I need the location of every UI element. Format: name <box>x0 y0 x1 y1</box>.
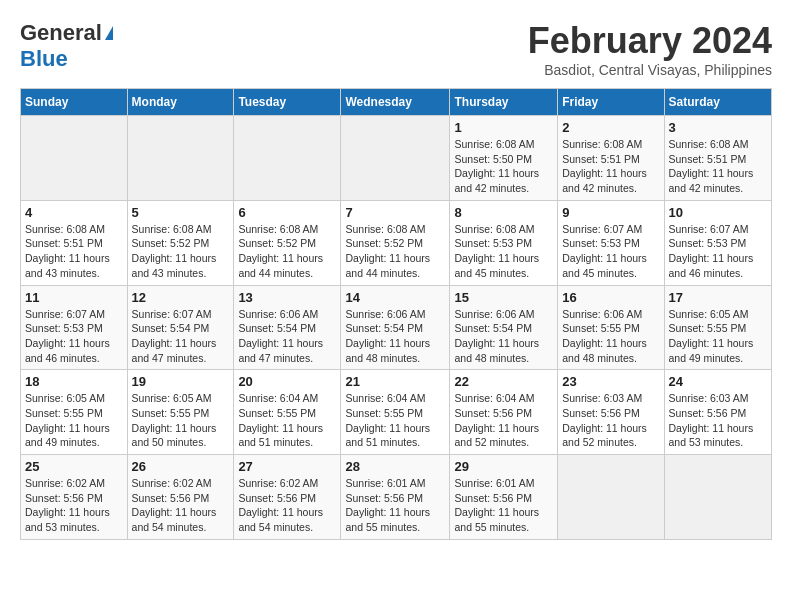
header-monday: Monday <box>127 89 234 116</box>
day-number: 10 <box>669 205 767 220</box>
table-row: 28 Sunrise: 6:01 AM Sunset: 5:56 PM Dayl… <box>341 455 450 540</box>
day-info: Sunrise: 6:08 AM Sunset: 5:51 PM Dayligh… <box>669 138 754 194</box>
logo: General Blue <box>20 20 113 72</box>
table-row: 7 Sunrise: 6:08 AM Sunset: 5:52 PM Dayli… <box>341 200 450 285</box>
logo-general: General <box>20 20 102 46</box>
day-number: 5 <box>132 205 230 220</box>
day-number: 13 <box>238 290 336 305</box>
day-number: 4 <box>25 205 123 220</box>
location-title: Basdiot, Central Visayas, Philippines <box>528 62 772 78</box>
header-tuesday: Tuesday <box>234 89 341 116</box>
day-number: 20 <box>238 374 336 389</box>
table-row: 21 Sunrise: 6:04 AM Sunset: 5:55 PM Dayl… <box>341 370 450 455</box>
day-info: Sunrise: 6:08 AM Sunset: 5:52 PM Dayligh… <box>132 223 217 279</box>
calendar-week-row: 4 Sunrise: 6:08 AM Sunset: 5:51 PM Dayli… <box>21 200 772 285</box>
header-friday: Friday <box>558 89 664 116</box>
day-info: Sunrise: 6:08 AM Sunset: 5:52 PM Dayligh… <box>345 223 430 279</box>
table-row: 4 Sunrise: 6:08 AM Sunset: 5:51 PM Dayli… <box>21 200 128 285</box>
table-row: 14 Sunrise: 6:06 AM Sunset: 5:54 PM Dayl… <box>341 285 450 370</box>
day-info: Sunrise: 6:08 AM Sunset: 5:51 PM Dayligh… <box>562 138 647 194</box>
day-info: Sunrise: 6:01 AM Sunset: 5:56 PM Dayligh… <box>454 477 539 533</box>
table-row: 9 Sunrise: 6:07 AM Sunset: 5:53 PM Dayli… <box>558 200 664 285</box>
day-info: Sunrise: 6:04 AM Sunset: 5:56 PM Dayligh… <box>454 392 539 448</box>
table-row <box>234 116 341 201</box>
day-info: Sunrise: 6:07 AM Sunset: 5:54 PM Dayligh… <box>132 308 217 364</box>
day-number: 16 <box>562 290 659 305</box>
day-number: 18 <box>25 374 123 389</box>
table-row: 24 Sunrise: 6:03 AM Sunset: 5:56 PM Dayl… <box>664 370 771 455</box>
day-info: Sunrise: 6:01 AM Sunset: 5:56 PM Dayligh… <box>345 477 430 533</box>
logo-blue: Blue <box>20 46 68 71</box>
day-number: 26 <box>132 459 230 474</box>
table-row: 12 Sunrise: 6:07 AM Sunset: 5:54 PM Dayl… <box>127 285 234 370</box>
header-saturday: Saturday <box>664 89 771 116</box>
day-number: 17 <box>669 290 767 305</box>
table-row: 23 Sunrise: 6:03 AM Sunset: 5:56 PM Dayl… <box>558 370 664 455</box>
table-row: 15 Sunrise: 6:06 AM Sunset: 5:54 PM Dayl… <box>450 285 558 370</box>
table-row: 13 Sunrise: 6:06 AM Sunset: 5:54 PM Dayl… <box>234 285 341 370</box>
table-row: 25 Sunrise: 6:02 AM Sunset: 5:56 PM Dayl… <box>21 455 128 540</box>
table-row: 27 Sunrise: 6:02 AM Sunset: 5:56 PM Dayl… <box>234 455 341 540</box>
table-row: 1 Sunrise: 6:08 AM Sunset: 5:50 PM Dayli… <box>450 116 558 201</box>
day-number: 25 <box>25 459 123 474</box>
table-row <box>558 455 664 540</box>
day-number: 21 <box>345 374 445 389</box>
day-info: Sunrise: 6:05 AM Sunset: 5:55 PM Dayligh… <box>132 392 217 448</box>
day-number: 15 <box>454 290 553 305</box>
table-row: 19 Sunrise: 6:05 AM Sunset: 5:55 PM Dayl… <box>127 370 234 455</box>
page-header: General Blue February 2024 Basdiot, Cent… <box>20 20 772 78</box>
table-row: 11 Sunrise: 6:07 AM Sunset: 5:53 PM Dayl… <box>21 285 128 370</box>
calendar-week-row: 1 Sunrise: 6:08 AM Sunset: 5:50 PM Dayli… <box>21 116 772 201</box>
day-number: 7 <box>345 205 445 220</box>
day-info: Sunrise: 6:06 AM Sunset: 5:54 PM Dayligh… <box>238 308 323 364</box>
table-row <box>21 116 128 201</box>
day-number: 29 <box>454 459 553 474</box>
day-info: Sunrise: 6:08 AM Sunset: 5:50 PM Dayligh… <box>454 138 539 194</box>
table-row: 10 Sunrise: 6:07 AM Sunset: 5:53 PM Dayl… <box>664 200 771 285</box>
header-thursday: Thursday <box>450 89 558 116</box>
table-row: 29 Sunrise: 6:01 AM Sunset: 5:56 PM Dayl… <box>450 455 558 540</box>
table-row: 17 Sunrise: 6:05 AM Sunset: 5:55 PM Dayl… <box>664 285 771 370</box>
calendar-header-row: Sunday Monday Tuesday Wednesday Thursday… <box>21 89 772 116</box>
day-info: Sunrise: 6:04 AM Sunset: 5:55 PM Dayligh… <box>238 392 323 448</box>
calendar-week-row: 11 Sunrise: 6:07 AM Sunset: 5:53 PM Dayl… <box>21 285 772 370</box>
day-info: Sunrise: 6:07 AM Sunset: 5:53 PM Dayligh… <box>562 223 647 279</box>
table-row: 8 Sunrise: 6:08 AM Sunset: 5:53 PM Dayli… <box>450 200 558 285</box>
day-info: Sunrise: 6:08 AM Sunset: 5:51 PM Dayligh… <box>25 223 110 279</box>
day-info: Sunrise: 6:06 AM Sunset: 5:54 PM Dayligh… <box>454 308 539 364</box>
day-number: 12 <box>132 290 230 305</box>
day-info: Sunrise: 6:05 AM Sunset: 5:55 PM Dayligh… <box>669 308 754 364</box>
day-number: 22 <box>454 374 553 389</box>
table-row: 5 Sunrise: 6:08 AM Sunset: 5:52 PM Dayli… <box>127 200 234 285</box>
day-info: Sunrise: 6:02 AM Sunset: 5:56 PM Dayligh… <box>132 477 217 533</box>
table-row: 22 Sunrise: 6:04 AM Sunset: 5:56 PM Dayl… <box>450 370 558 455</box>
calendar-week-row: 18 Sunrise: 6:05 AM Sunset: 5:55 PM Dayl… <box>21 370 772 455</box>
table-row: 16 Sunrise: 6:06 AM Sunset: 5:55 PM Dayl… <box>558 285 664 370</box>
table-row <box>127 116 234 201</box>
day-number: 2 <box>562 120 659 135</box>
header-sunday: Sunday <box>21 89 128 116</box>
day-number: 14 <box>345 290 445 305</box>
calendar-table: Sunday Monday Tuesday Wednesday Thursday… <box>20 88 772 540</box>
month-title: February 2024 <box>528 20 772 62</box>
day-info: Sunrise: 6:03 AM Sunset: 5:56 PM Dayligh… <box>562 392 647 448</box>
day-info: Sunrise: 6:02 AM Sunset: 5:56 PM Dayligh… <box>25 477 110 533</box>
day-info: Sunrise: 6:05 AM Sunset: 5:55 PM Dayligh… <box>25 392 110 448</box>
day-number: 23 <box>562 374 659 389</box>
calendar-week-row: 25 Sunrise: 6:02 AM Sunset: 5:56 PM Dayl… <box>21 455 772 540</box>
day-number: 8 <box>454 205 553 220</box>
day-number: 9 <box>562 205 659 220</box>
day-number: 1 <box>454 120 553 135</box>
table-row <box>341 116 450 201</box>
day-number: 6 <box>238 205 336 220</box>
title-block: February 2024 Basdiot, Central Visayas, … <box>528 20 772 78</box>
day-info: Sunrise: 6:08 AM Sunset: 5:53 PM Dayligh… <box>454 223 539 279</box>
day-number: 24 <box>669 374 767 389</box>
day-info: Sunrise: 6:06 AM Sunset: 5:55 PM Dayligh… <box>562 308 647 364</box>
day-number: 27 <box>238 459 336 474</box>
logo-triangle-icon <box>105 26 113 40</box>
day-info: Sunrise: 6:07 AM Sunset: 5:53 PM Dayligh… <box>669 223 754 279</box>
day-info: Sunrise: 6:04 AM Sunset: 5:55 PM Dayligh… <box>345 392 430 448</box>
day-number: 28 <box>345 459 445 474</box>
table-row: 18 Sunrise: 6:05 AM Sunset: 5:55 PM Dayl… <box>21 370 128 455</box>
